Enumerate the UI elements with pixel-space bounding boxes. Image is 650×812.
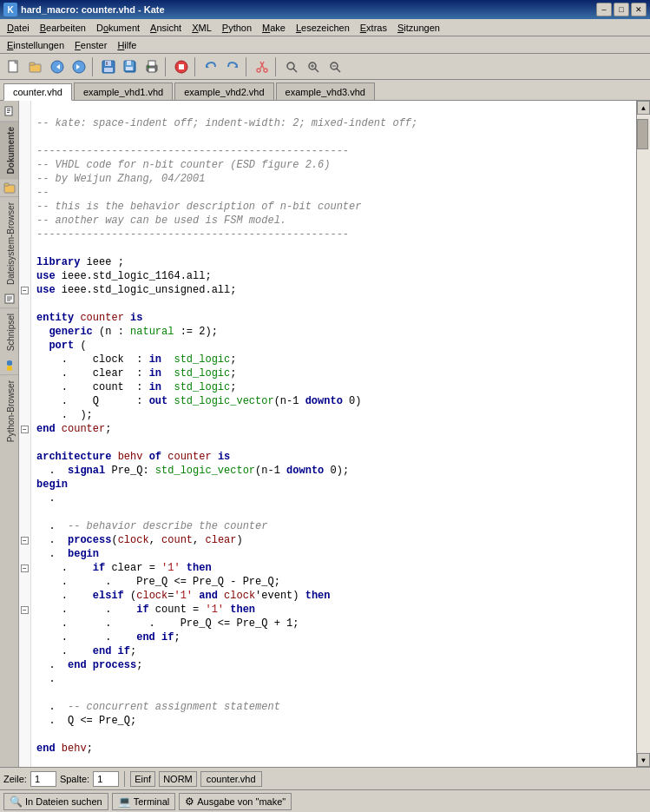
tab-example-vhd3[interactable]: example_vhd3.vhd bbox=[276, 83, 375, 100]
menu-einstellungen[interactable]: Einstellungen bbox=[2, 36, 69, 53]
terminal-button[interactable]: 💻 Terminal bbox=[112, 793, 176, 810]
menu-hilfe[interactable]: Hilfe bbox=[112, 36, 141, 53]
toolbar bbox=[0, 54, 650, 80]
editor-area: − − − bbox=[19, 101, 650, 767]
sidebar-icon-docs[interactable] bbox=[1, 103, 18, 121]
menu-sitzungen[interactable]: Sitzungen bbox=[392, 19, 445, 36]
status-bar: Zeile: 1 Spalte: 1 Einf NORM counter.vhd bbox=[0, 767, 650, 789]
undo-button[interactable] bbox=[200, 56, 221, 77]
menu-bearbeiten[interactable]: Bearbeiten bbox=[35, 19, 91, 36]
svg-rect-19 bbox=[148, 66, 149, 68]
sidebar-icon-schnipsel[interactable] bbox=[1, 290, 18, 307]
svg-point-26 bbox=[257, 69, 260, 72]
zoom-in-button[interactable] bbox=[303, 56, 324, 77]
fold-process[interactable]: − bbox=[21, 537, 29, 545]
make-output-button[interactable]: ⚙ Ausgabe von "make" bbox=[179, 793, 292, 810]
norm-mode[interactable]: NORM bbox=[159, 771, 197, 787]
spalte-value: 1 bbox=[93, 771, 119, 787]
bottom-bar: 🔍 In Dateien suchen 💻 Terminal ⚙ Ausgabe… bbox=[0, 789, 650, 812]
stop-button[interactable] bbox=[171, 56, 192, 77]
cut-button[interactable] bbox=[252, 56, 272, 77]
svg-rect-15 bbox=[126, 67, 133, 70]
maximize-button[interactable]: □ bbox=[614, 3, 629, 17]
open-button[interactable] bbox=[25, 56, 46, 77]
make-icon: ⚙ bbox=[185, 795, 194, 808]
menu-bar: Datei Bearbeiten Dokument Ansicht XML Py… bbox=[0, 19, 650, 36]
fold-architecture[interactable]: − bbox=[21, 426, 29, 433]
search-icon: 🔍 bbox=[10, 795, 23, 808]
sidebar-icon-python[interactable] bbox=[1, 357, 18, 374]
svg-point-27 bbox=[264, 69, 267, 72]
menu-ansicht[interactable]: Ansicht bbox=[145, 19, 187, 36]
toolbar-separator-4 bbox=[246, 57, 249, 76]
redo-button[interactable] bbox=[222, 56, 243, 77]
sidebar-icon-fs[interactable] bbox=[1, 179, 18, 196]
tab-example-vhd1[interactable]: example_vhd1.vhd bbox=[74, 83, 173, 100]
menu-make[interactable]: Make bbox=[257, 19, 291, 36]
fold-entity[interactable]: − bbox=[21, 287, 29, 294]
sidebar-tab-schnipsel[interactable]: Schnipsel bbox=[0, 307, 18, 356]
svg-rect-18 bbox=[148, 68, 155, 72]
sidebar-tab-python[interactable]: Python-Browser bbox=[0, 374, 18, 447]
toolbar-separator-2 bbox=[165, 57, 168, 76]
menu-dokument[interactable]: Dokument bbox=[91, 19, 145, 36]
svg-rect-39 bbox=[7, 110, 10, 111]
toolbar-separator-5 bbox=[275, 57, 279, 76]
minimize-button[interactable]: – bbox=[596, 3, 612, 17]
svg-point-28 bbox=[287, 63, 294, 69]
svg-rect-10 bbox=[106, 62, 108, 65]
fold-gutter: − − − bbox=[19, 101, 31, 767]
zoom-out-button[interactable] bbox=[325, 56, 345, 77]
left-sidebar: Dokumente Dateisystem-Browser Schnipsel … bbox=[0, 101, 19, 767]
title-bar: K hard_macro: counter.vhd - Kate – □ ✕ bbox=[0, 0, 650, 19]
status-separator-1 bbox=[124, 771, 125, 787]
scroll-thumb[interactable] bbox=[637, 119, 648, 149]
insert-mode[interactable]: Einf bbox=[130, 771, 155, 787]
menu-datei[interactable]: Datei bbox=[2, 19, 35, 36]
tabs-bar: counter.vhd example_vhd1.vhd example_vhd… bbox=[0, 80, 650, 101]
sidebar-tab-dokumente[interactable]: Dokumente bbox=[0, 121, 18, 179]
menu-extras[interactable]: Extras bbox=[355, 19, 392, 36]
close-button[interactable]: ✕ bbox=[631, 3, 647, 17]
svg-rect-21 bbox=[179, 64, 184, 69]
fold-if2[interactable]: − bbox=[21, 606, 29, 614]
svg-rect-17 bbox=[148, 61, 155, 66]
sidebar-tab-dateisystem[interactable]: Dateisystem-Browser bbox=[0, 196, 18, 290]
svg-line-31 bbox=[315, 69, 318, 72]
tab-example-vhd2[interactable]: example_vhd2.vhd bbox=[174, 83, 273, 100]
window-controls: – □ ✕ bbox=[596, 3, 647, 17]
svg-rect-11 bbox=[104, 68, 113, 72]
tab-counter-vhd[interactable]: counter.vhd bbox=[3, 83, 72, 101]
menu-fenster[interactable]: Fenster bbox=[69, 36, 112, 53]
zeile-value: 1 bbox=[30, 771, 56, 787]
vertical-scrollbar[interactable]: ▲ ▼ bbox=[636, 101, 650, 767]
svg-line-35 bbox=[337, 69, 340, 72]
svg-rect-3 bbox=[30, 63, 35, 65]
code-content[interactable]: -- kate: space-indent off; indent-width:… bbox=[31, 101, 636, 767]
scroll-track bbox=[637, 115, 650, 753]
window-title: hard_macro: counter.vhd - Kate bbox=[21, 4, 596, 15]
status-filename: counter.vhd bbox=[200, 771, 262, 787]
back-button[interactable] bbox=[47, 56, 68, 77]
menu-xml[interactable]: XML bbox=[187, 19, 217, 36]
svg-rect-14 bbox=[127, 61, 131, 65]
save-all-button[interactable] bbox=[120, 56, 141, 77]
scroll-down-button[interactable]: ▼ bbox=[637, 753, 650, 767]
search-in-files-button[interactable]: 🔍 In Dateien suchen bbox=[3, 793, 108, 810]
spalte-label: Spalte: bbox=[60, 774, 89, 784]
find-button[interactable] bbox=[281, 56, 302, 77]
scroll-up-button[interactable]: ▲ bbox=[637, 101, 650, 115]
forward-button[interactable] bbox=[69, 56, 89, 77]
svg-rect-40 bbox=[7, 112, 10, 113]
menu-python[interactable]: Python bbox=[217, 19, 257, 36]
menu-bar2: Einstellungen Fenster Hilfe bbox=[0, 36, 650, 54]
new-button[interactable] bbox=[3, 56, 24, 77]
save-button[interactable] bbox=[98, 56, 119, 77]
toolbar-separator-3 bbox=[194, 57, 198, 76]
menu-lesezeichen[interactable]: Lesezeichen bbox=[291, 19, 355, 36]
svg-line-29 bbox=[293, 69, 297, 72]
print-button[interactable] bbox=[141, 56, 162, 77]
zeile-label: Zeile: bbox=[3, 774, 27, 784]
fold-if1[interactable]: − bbox=[21, 564, 29, 572]
svg-rect-38 bbox=[7, 109, 10, 109]
